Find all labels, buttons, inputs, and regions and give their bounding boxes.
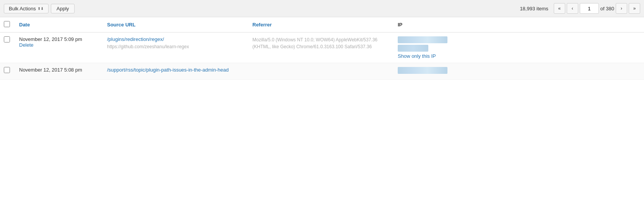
ip-blurred-1: [398, 67, 447, 74]
table-row: November 12, 2017 5:09 pmDelete/plugins/…: [0, 33, 644, 63]
table-row: November 12, 2017 5:08 pm/support/rss/to…: [0, 63, 644, 80]
select-all-checkbox[interactable]: [4, 21, 10, 27]
row-checkbox-1[interactable]: [4, 67, 10, 73]
source-url-link-1[interactable]: /support/rss/topic/plugin-path-issues-in…: [107, 67, 245, 73]
items-count: 18,993 items: [520, 6, 548, 11]
header-referrer: Referrer: [249, 17, 394, 33]
source-referrer-0: https://github.com/zeeshanu/learn-regex: [107, 44, 189, 49]
page-of-label: of 380: [600, 6, 614, 11]
table-header-row: Date Source URL Referrer IP: [0, 17, 644, 33]
ip-blurred-0: [398, 36, 447, 43]
header-date: Date: [15, 17, 103, 33]
row-ip-cell-inner-1: [398, 67, 640, 75]
header-ip: IP: [394, 17, 644, 33]
bulk-actions-arrow-icon: ⬆⬇: [37, 7, 44, 11]
row-date-cell-0: November 12, 2017 5:09 pmDelete: [15, 33, 103, 63]
row-checkbox-cell: [0, 63, 15, 80]
bulk-actions-label: Bulk Actions: [9, 6, 36, 11]
row-ip-cell-inner-0: Show only this IP: [398, 36, 640, 59]
toolbar-right: 18,993 items « ‹ of 380 › »: [520, 3, 640, 14]
row-source-cell-1: /support/rss/topic/plugin-path-issues-in…: [103, 63, 249, 80]
apply-button[interactable]: Apply: [51, 4, 75, 13]
row-checkbox-cell: [0, 33, 15, 63]
next-page-button[interactable]: ›: [616, 3, 627, 14]
row-date-0: November 12, 2017 5:09 pm: [19, 36, 99, 42]
row-referrer-cell-1: [249, 63, 394, 80]
row-date-cell-1: November 12, 2017 5:08 pm: [15, 63, 103, 80]
delete-link-0[interactable]: Delete: [19, 42, 34, 48]
ip-blurred-sm-0: [398, 45, 428, 52]
row-date-1: November 12, 2017 5:08 pm: [19, 67, 99, 73]
bulk-actions-button[interactable]: Bulk Actions ⬆⬇: [4, 4, 49, 13]
prev-page-button[interactable]: ‹: [567, 3, 578, 14]
row-referrer-cell-0: Mozilla/5.0 (Windows NT 10.0; WOW64) App…: [249, 33, 394, 63]
first-page-button[interactable]: «: [554, 3, 565, 14]
row-ip-cell-0: Show only this IP: [394, 33, 644, 63]
row-ip-cell-1: [394, 63, 644, 80]
show-only-ip-link-0[interactable]: Show only this IP: [398, 53, 640, 59]
log-table: Date Source URL Referrer IP November 12,…: [0, 17, 644, 80]
header-source-url: Source URL: [103, 17, 249, 33]
toolbar: Bulk Actions ⬆⬇ Apply 18,993 items « ‹ o…: [0, 0, 644, 17]
source-url-link-0[interactable]: /plugins/redirection/regex/: [107, 36, 245, 42]
header-checkbox-cell: [0, 17, 15, 33]
last-page-button[interactable]: »: [629, 3, 640, 14]
row-checkbox-0[interactable]: [4, 36, 10, 42]
row-referrer-0: Mozilla/5.0 (Windows NT 10.0; WOW64) App…: [252, 37, 377, 49]
page-number-input[interactable]: [580, 3, 599, 14]
row-source-cell-0: /plugins/redirection/regex/https://githu…: [103, 33, 249, 63]
toolbar-left: Bulk Actions ⬆⬇ Apply: [4, 4, 75, 13]
